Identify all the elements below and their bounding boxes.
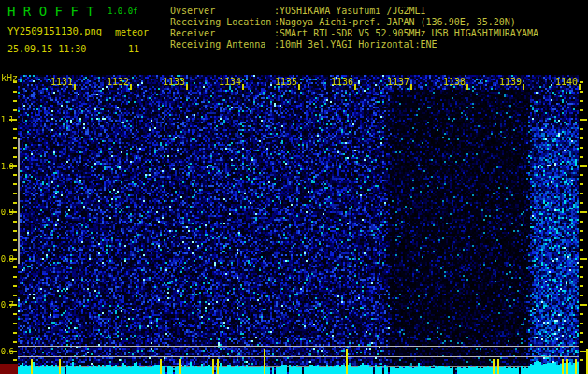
meteor-count: 11 (128, 44, 139, 54)
corner-block (0, 364, 18, 374)
freq-axis-tick (580, 295, 583, 296)
time-axis-tick (410, 84, 412, 90)
freq-axis-tick (580, 174, 583, 176)
freq-axis-tick (580, 323, 583, 324)
freq-axis-tick (13, 295, 17, 296)
freq-axis-tick (580, 258, 587, 260)
info-row: Receiving Antenna:10mH 3el.YAGI Horizont… (170, 39, 538, 50)
info-value: :YOSHIKAWA Yasufumi /JG2MLI (274, 6, 426, 16)
freq-axis-tick (13, 174, 17, 176)
info-label: Receiving Location (170, 17, 274, 28)
freq-axis-tick (580, 165, 587, 167)
mode-label: meteor (115, 27, 149, 37)
time-axis-label: 1131 (45, 77, 73, 87)
freq-axis-tick (13, 221, 17, 223)
app-version: 1.0.0f (108, 7, 138, 17)
freq-axis-tick (580, 249, 583, 251)
freq-axis-tick (580, 221, 583, 223)
time-axis-tick (354, 84, 356, 90)
freq-axis-tick (13, 230, 17, 232)
freq-axis-tick (13, 332, 17, 334)
time-axis-label: 1139 (494, 77, 522, 87)
freq-axis-tick (580, 359, 583, 361)
app-title: H R O F F T (7, 5, 94, 19)
freq-axis-tick (13, 137, 17, 139)
time-axis-tick (466, 84, 468, 90)
time-axis-label: 1132 (101, 77, 129, 87)
info-row: Ovserver:YOSHIKAWA Yasufumi /JG2MLI (170, 6, 538, 17)
freq-axis-tick (580, 332, 583, 334)
freq-axis-tick (13, 202, 17, 204)
time-axis-tick (74, 84, 76, 90)
info-value: :10mH 3el.YAGI Horizontal:ENE (274, 39, 437, 50)
freq-axis-tick (13, 109, 17, 111)
freq-axis-tick (580, 119, 587, 121)
info-row: Receiving Location:Nagoya Aichi-pref. JA… (170, 17, 538, 28)
time-axis-tick (186, 84, 188, 90)
info-label: Receiver (170, 28, 274, 39)
freq-axis-tick (580, 91, 583, 93)
info-value: :SMArt RTL-SDR V5 52.905MHz USB HIGASHIM… (274, 28, 538, 38)
freq-axis-tick (580, 276, 583, 278)
time-axis-tick (579, 84, 581, 90)
freq-axis-tick (13, 91, 17, 93)
freq-axis-label: 1.1 (0, 115, 13, 124)
freq-axis-tick (13, 156, 17, 158)
station-info: Ovserver:YOSHIKAWA Yasufumi /JG2MLIRecei… (170, 6, 538, 50)
freq-axis-label: 0.9 (0, 208, 13, 217)
freq-axis-tick (580, 202, 583, 204)
freq-axis-tick (580, 304, 587, 306)
freq-axis-tick (580, 183, 583, 185)
freq-axis-label: 0.8 (0, 254, 13, 264)
freq-axis-tick (580, 109, 583, 111)
date-time: 25.09.15 11:30 (7, 44, 86, 54)
freq-axis-tick (580, 193, 583, 194)
freq-axis-tick (580, 100, 583, 102)
freq-axis-tick (13, 285, 17, 287)
time-axis-tick (298, 84, 300, 90)
info-row: Receiver:SMArt RTL-SDR V5 52.905MHz USB … (170, 28, 538, 39)
info-label: Receiving Antenna (170, 39, 274, 50)
time-axis-label: 1138 (437, 77, 466, 87)
freq-axis-tick (13, 266, 17, 268)
time-axis-tick (130, 84, 132, 90)
spectrogram-canvas (18, 75, 588, 374)
info-label: Ovserver (170, 6, 274, 17)
freq-axis-label: 1.0 (0, 162, 13, 171)
freq-axis-tick (580, 266, 583, 268)
freq-axis-tick (13, 193, 17, 194)
freq-axis-tick (13, 359, 17, 361)
freq-axis-label: 0.7 (0, 300, 13, 309)
freq-axis-tick (580, 211, 587, 213)
time-axis-label: 1140 (550, 77, 578, 87)
info-value: :Nagoya Aichi-pref. JAPAN (136.90E, 35.2… (274, 17, 516, 27)
time-axis-label: 1136 (325, 77, 353, 87)
freq-axis-tick (580, 128, 583, 130)
freq-axis-tick (13, 147, 17, 149)
freq-axis-tick (580, 239, 583, 241)
freq-axis-tick (13, 341, 17, 343)
time-axis-tick (523, 84, 524, 90)
freq-axis-tick (580, 285, 583, 287)
time-axis-label: 1134 (213, 77, 241, 87)
freq-axis-tick (13, 100, 17, 102)
freq-axis-tick (580, 147, 583, 149)
freq-axis-tick (13, 239, 17, 241)
freq-axis-tick (13, 276, 17, 278)
freq-axis-tick (13, 249, 17, 251)
freq-axis-tick (580, 230, 583, 232)
freq-axis-tick (13, 313, 17, 315)
freq-axis-tick (580, 156, 583, 158)
freq-axis-tick (13, 183, 17, 185)
freq-axis-tick (580, 341, 583, 343)
freq-axis-tick (580, 351, 587, 352)
freq-axis-tick (13, 323, 17, 324)
time-axis-label: 1137 (381, 77, 409, 87)
freq-axis-tick (580, 137, 583, 139)
freq-axis-tick (13, 81, 17, 83)
freq-axis-tick (13, 128, 17, 130)
freq-axis-tick (580, 81, 583, 83)
time-axis-label: 1135 (269, 77, 297, 87)
time-axis-label: 1133 (157, 77, 185, 87)
time-axis-tick (242, 84, 244, 90)
